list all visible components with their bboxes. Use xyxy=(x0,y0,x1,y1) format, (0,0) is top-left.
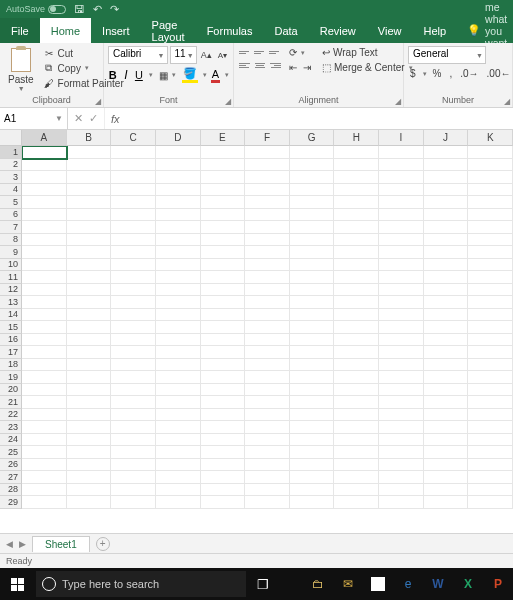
add-sheet-button[interactable]: + xyxy=(96,537,110,551)
cell[interactable] xyxy=(245,234,290,247)
cell[interactable] xyxy=(245,196,290,209)
row-header[interactable]: 15 xyxy=(0,321,22,334)
cell[interactable] xyxy=(245,321,290,334)
taskbar-app-word[interactable]: W xyxy=(423,568,453,600)
cell[interactable] xyxy=(379,159,424,172)
cell[interactable] xyxy=(67,234,112,247)
cell[interactable] xyxy=(424,309,469,322)
cell[interactable] xyxy=(379,334,424,347)
column-header[interactable]: C xyxy=(111,130,156,146)
cell[interactable] xyxy=(67,271,112,284)
cell[interactable] xyxy=(334,171,379,184)
cell[interactable] xyxy=(201,446,246,459)
cell[interactable] xyxy=(334,384,379,397)
row-header[interactable]: 29 xyxy=(0,496,22,509)
sheet-nav-next-icon[interactable]: ▶ xyxy=(19,539,26,549)
merge-center-button[interactable]: ⬚Merge & Center▾ xyxy=(320,61,415,74)
cell[interactable] xyxy=(379,296,424,309)
cell[interactable] xyxy=(22,496,67,509)
cell[interactable] xyxy=(22,446,67,459)
taskbar-app-edge[interactable]: e xyxy=(393,568,423,600)
cell[interactable] xyxy=(22,271,67,284)
row-header[interactable]: 9 xyxy=(0,246,22,259)
cell[interactable] xyxy=(67,384,112,397)
cell[interactable] xyxy=(379,209,424,222)
align-right-button[interactable] xyxy=(268,59,282,71)
cell[interactable] xyxy=(22,359,67,372)
cell[interactable] xyxy=(290,459,335,472)
cell[interactable] xyxy=(245,421,290,434)
cell[interactable] xyxy=(156,221,201,234)
row-header[interactable]: 4 xyxy=(0,184,22,197)
cell[interactable] xyxy=(111,446,156,459)
cell[interactable] xyxy=(424,196,469,209)
cell[interactable] xyxy=(111,146,156,159)
cell[interactable] xyxy=(22,384,67,397)
tab-home[interactable]: Home xyxy=(40,18,91,43)
cell[interactable] xyxy=(156,234,201,247)
cell[interactable] xyxy=(67,196,112,209)
cell[interactable] xyxy=(22,471,67,484)
increase-indent-button[interactable]: ⇥ xyxy=(301,61,313,74)
row-header[interactable]: 16 xyxy=(0,334,22,347)
select-all-corner[interactable] xyxy=(0,130,22,146)
cell[interactable] xyxy=(111,496,156,509)
cell[interactable] xyxy=(468,221,513,234)
cell[interactable] xyxy=(290,334,335,347)
cell[interactable] xyxy=(290,184,335,197)
tab-help[interactable]: Help xyxy=(412,18,457,43)
cell[interactable] xyxy=(379,184,424,197)
row-header[interactable]: 11 xyxy=(0,271,22,284)
cell[interactable] xyxy=(201,459,246,472)
cell[interactable] xyxy=(379,471,424,484)
cell[interactable] xyxy=(245,484,290,497)
cell[interactable] xyxy=(156,471,201,484)
name-box[interactable]: A1 ▼ xyxy=(0,108,68,129)
cell[interactable] xyxy=(22,259,67,272)
cell[interactable] xyxy=(379,196,424,209)
row-header[interactable]: 24 xyxy=(0,434,22,447)
cell[interactable] xyxy=(424,346,469,359)
cell[interactable] xyxy=(379,484,424,497)
cell[interactable] xyxy=(290,171,335,184)
cell[interactable] xyxy=(290,271,335,284)
cell[interactable] xyxy=(468,446,513,459)
cell[interactable] xyxy=(290,346,335,359)
cell[interactable] xyxy=(156,371,201,384)
row-header[interactable]: 5 xyxy=(0,196,22,209)
cell[interactable] xyxy=(111,159,156,172)
cell[interactable] xyxy=(468,471,513,484)
cell[interactable] xyxy=(334,484,379,497)
dialog-launcher-icon[interactable]: ◢ xyxy=(95,97,101,106)
taskbar-app-mail[interactable]: ✉ xyxy=(333,568,363,600)
cell[interactable] xyxy=(156,459,201,472)
cell[interactable] xyxy=(111,246,156,259)
cell[interactable] xyxy=(245,371,290,384)
cell[interactable] xyxy=(468,309,513,322)
taskbar-search[interactable]: Type here to search xyxy=(36,571,246,597)
cell[interactable] xyxy=(156,209,201,222)
cell[interactable] xyxy=(67,471,112,484)
cell[interactable] xyxy=(379,384,424,397)
cell[interactable] xyxy=(290,259,335,272)
font-size-select[interactable]: 11▼ xyxy=(170,46,197,64)
column-header[interactable]: D xyxy=(156,130,201,146)
cell[interactable] xyxy=(111,371,156,384)
tab-data[interactable]: Data xyxy=(263,18,308,43)
cell[interactable] xyxy=(290,234,335,247)
cell[interactable] xyxy=(334,196,379,209)
cell[interactable] xyxy=(424,209,469,222)
cell[interactable] xyxy=(67,334,112,347)
cell[interactable] xyxy=(156,159,201,172)
cell[interactable] xyxy=(334,284,379,297)
cell[interactable] xyxy=(334,371,379,384)
cell[interactable] xyxy=(67,434,112,447)
comma-button[interactable]: , xyxy=(447,67,454,80)
cell[interactable] xyxy=(424,271,469,284)
cell[interactable] xyxy=(290,384,335,397)
row-header[interactable]: 20 xyxy=(0,384,22,397)
cell[interactable] xyxy=(22,321,67,334)
cell[interactable] xyxy=(245,496,290,509)
start-button[interactable] xyxy=(0,568,34,600)
cell[interactable] xyxy=(379,396,424,409)
